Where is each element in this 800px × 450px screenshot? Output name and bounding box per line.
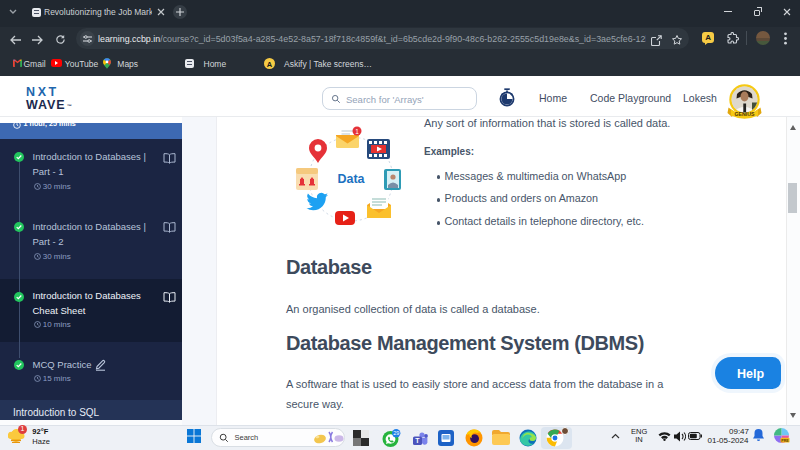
svg-text:1: 1 (355, 128, 359, 135)
svg-text:PRE: PRE (781, 439, 789, 443)
svg-text:Data: Data (337, 172, 365, 186)
svg-text:GENIUS: GENIUS (735, 111, 755, 117)
svg-text:29: 29 (393, 430, 399, 436)
svg-text:T: T (415, 437, 420, 444)
